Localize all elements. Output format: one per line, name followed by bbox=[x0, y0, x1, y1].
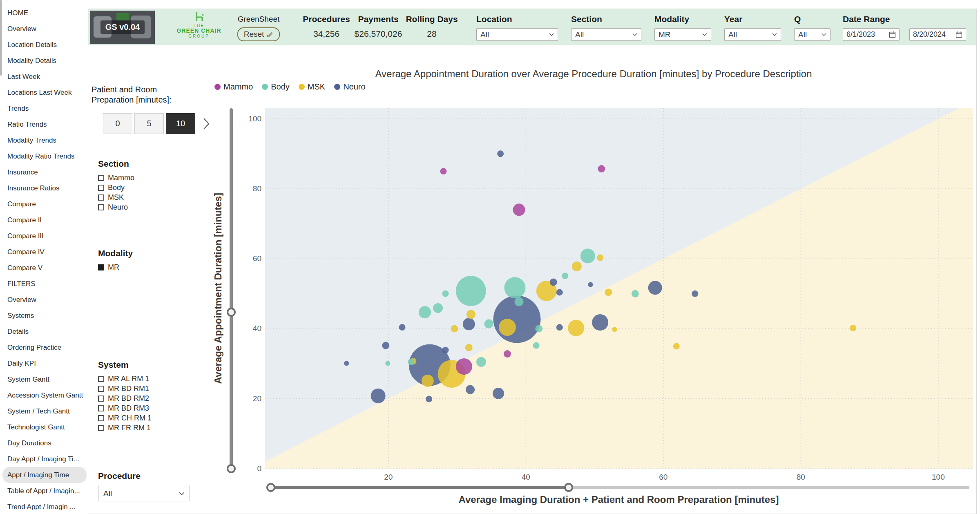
section-slicer-title: Section bbox=[98, 159, 134, 169]
y-range-slider[interactable] bbox=[227, 108, 236, 472]
checkbox[interactable] bbox=[98, 175, 104, 181]
sidebar-item-system-gantt[interactable]: System Gantt bbox=[2, 371, 87, 387]
date-range-label: Date Range bbox=[843, 14, 966, 24]
prep-option-5[interactable]: 5 bbox=[134, 113, 164, 134]
sidebar-item-ratio-trends[interactable]: Ratio Trends bbox=[2, 116, 87, 132]
filter-modality-dropdown[interactable]: MR bbox=[654, 28, 711, 41]
sidebar-item-last-week[interactable]: Last Week bbox=[2, 69, 87, 85]
sidebar-item-overview[interactable]: Overview bbox=[2, 292, 87, 308]
checkbox[interactable] bbox=[98, 185, 104, 191]
sidebar-item-locations-last-week[interactable]: Locations Last Week bbox=[2, 85, 87, 101]
section-option-body[interactable]: Body bbox=[98, 183, 134, 192]
checkbox[interactable] bbox=[98, 376, 104, 382]
chevron-right-icon[interactable] bbox=[203, 118, 210, 130]
filter-group-q: QAll bbox=[794, 14, 830, 41]
sidebar-item-compare-iii[interactable]: Compare III bbox=[2, 228, 87, 244]
legend-item-mammo[interactable]: Mammo bbox=[214, 82, 253, 92]
sidebar-scrollbar[interactable] bbox=[0, 0, 2, 76]
x-slider-handle-right[interactable] bbox=[564, 483, 573, 492]
modality-option-mr[interactable]: MR bbox=[98, 262, 133, 272]
sidebar-item-trends[interactable]: Trends bbox=[2, 101, 87, 116]
system-option-mr-al-rm-1[interactable]: MR AL RM 1 bbox=[98, 374, 152, 384]
legend-item-body[interactable]: Body bbox=[262, 82, 290, 92]
sidebar-item-compare[interactable]: Compare bbox=[2, 196, 87, 212]
sidebar-item-filters[interactable]: FILTERS bbox=[2, 276, 87, 292]
checkbox-label: Neuro bbox=[108, 203, 128, 212]
procedure-slicer-title: Procedure bbox=[98, 471, 190, 481]
date-start-field[interactable]: 6/1/2023 bbox=[843, 28, 900, 41]
system-option-mr-bd-rm2[interactable]: MR BD RM2 bbox=[98, 393, 152, 403]
y-slider-handle-upper[interactable] bbox=[227, 308, 236, 317]
sidebar-item-location-details[interactable]: Location Details bbox=[2, 37, 87, 53]
sidebar-item-systems[interactable]: Systems bbox=[2, 308, 87, 324]
sidebar-item-daily-kpi[interactable]: Daily KPI bbox=[2, 355, 87, 371]
checkbox[interactable] bbox=[98, 425, 104, 431]
y-axis-title: Average Appointment Duration [minutes] bbox=[212, 193, 224, 384]
filter-section-dropdown[interactable]: All bbox=[571, 28, 641, 41]
photo-shape bbox=[116, 13, 129, 20]
sidebar-item-trend-appt-imagin[interactable]: Trend Appt / Imagin ... bbox=[2, 499, 87, 514]
stat-label: Payments bbox=[355, 14, 402, 24]
sidebar-item-overview[interactable]: Overview bbox=[2, 21, 87, 37]
scatter-plot[interactable] bbox=[265, 108, 973, 469]
checkbox[interactable] bbox=[98, 415, 104, 421]
sidebar-item-day-durations[interactable]: Day Durations bbox=[2, 435, 87, 451]
sidebar-item-compare-iv[interactable]: Compare IV bbox=[2, 244, 87, 260]
sidebar-item-compare-v[interactable]: Compare V bbox=[2, 260, 87, 276]
stat-value: $26,570,026 bbox=[355, 29, 402, 39]
checkbox-label: MR BD RM3 bbox=[108, 404, 149, 413]
y-slider-track[interactable] bbox=[230, 108, 233, 472]
reset-button[interactable]: Reset bbox=[237, 27, 280, 41]
checkbox[interactable] bbox=[98, 264, 104, 270]
system-option-mr-ch-rm-1[interactable]: MR CH RM 1 bbox=[98, 413, 152, 423]
section-option-msk[interactable]: MSK bbox=[98, 192, 134, 202]
prep-option-0[interactable]: 0 bbox=[103, 113, 132, 134]
sidebar-item-accession-system-gantt[interactable]: Accession System Gantt bbox=[2, 387, 87, 403]
sidebar-item-system-tech-gantt[interactable]: System / Tech Gantt bbox=[2, 403, 87, 419]
system-option-mr-bd-rm3[interactable]: MR BD RM3 bbox=[98, 403, 152, 413]
x-tick-label: 80 bbox=[797, 473, 805, 482]
procedure-dropdown[interactable]: All bbox=[98, 486, 190, 501]
checkbox[interactable] bbox=[98, 396, 104, 402]
checkbox[interactable] bbox=[98, 194, 104, 201]
checkbox[interactable] bbox=[98, 386, 104, 392]
system-option-mr-bd-rm1[interactable]: MR BD RM1 bbox=[98, 384, 152, 393]
sidebar-item-modality-ratio-trends[interactable]: Modality Ratio Trends bbox=[2, 148, 87, 164]
x-slider-handle-left[interactable] bbox=[266, 483, 275, 492]
sidebar-item-insurance[interactable]: Insurance bbox=[2, 164, 87, 180]
y-tick-label: 100 bbox=[248, 114, 261, 123]
sidebar-item-home[interactable]: HOME bbox=[2, 5, 87, 21]
y-axis-title-wrap: Average Appointment Duration [minutes] bbox=[211, 108, 225, 469]
sidebar-item-table-of-appt-imagin[interactable]: Table of Appt / Imagin... bbox=[2, 483, 87, 499]
sidebar-item-technologist-gantt[interactable]: Technologist Gantt bbox=[2, 419, 87, 435]
sidebar-item-compare-ii[interactable]: Compare II bbox=[2, 212, 87, 228]
sidebar-item-modality-details[interactable]: Modality Details bbox=[2, 53, 87, 69]
prep-option-10[interactable]: 10 bbox=[166, 113, 195, 134]
legend-item-msk[interactable]: MSK bbox=[299, 82, 325, 92]
sidebar-item-details[interactable]: Details bbox=[2, 324, 87, 340]
sidebar-item-ordering-practice[interactable]: Ordering Practice bbox=[2, 340, 87, 355]
x-slider-selected-range[interactable] bbox=[271, 486, 569, 489]
legend-item-neuro[interactable]: Neuro bbox=[334, 82, 365, 92]
sidebar-item-day-appt-imaging-ti[interactable]: Day Appt / Imaging Ti... bbox=[2, 451, 87, 467]
section-option-neuro[interactable]: Neuro bbox=[98, 202, 134, 212]
sidebar-item-appt-imaging-time[interactable]: Appt / Imaging Time bbox=[2, 467, 87, 483]
filter-year-dropdown[interactable]: All bbox=[724, 28, 781, 41]
section-option-mammo[interactable]: Mammo bbox=[98, 173, 134, 183]
date-end-field[interactable]: 8/20/2024 bbox=[909, 28, 966, 41]
y-slider-handle-lower[interactable] bbox=[227, 464, 236, 473]
legend-dot bbox=[334, 84, 340, 90]
x-range-slider[interactable] bbox=[266, 483, 974, 492]
sidebar-item-insurance-ratios[interactable]: Insurance Ratios bbox=[2, 180, 87, 196]
legend-dot bbox=[214, 84, 221, 90]
x-tick-label: 40 bbox=[522, 473, 530, 482]
filter-q-dropdown[interactable]: All bbox=[794, 28, 830, 41]
legend-dot bbox=[262, 84, 268, 90]
chevron-down-icon bbox=[822, 33, 826, 36]
sidebar-item-modality-trends[interactable]: Modality Trends bbox=[2, 132, 87, 148]
system-option-mr-fr-rm-1[interactable]: MR FR RM 1 bbox=[98, 423, 152, 433]
checkbox[interactable] bbox=[98, 405, 104, 411]
filter-location-dropdown[interactable]: All bbox=[476, 28, 558, 41]
checkbox[interactable] bbox=[98, 204, 104, 210]
date-start-value: 6/1/2023 bbox=[846, 30, 875, 39]
